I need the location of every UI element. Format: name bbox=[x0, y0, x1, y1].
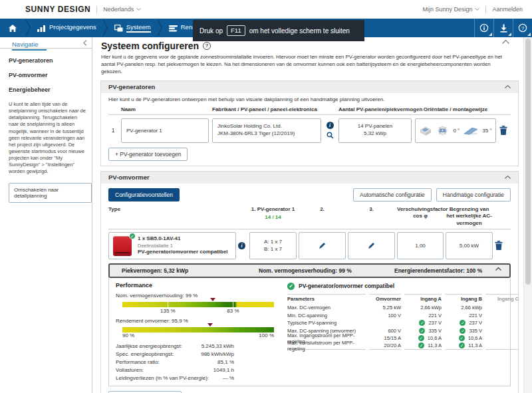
peak-power-text: 5,32 kWp bbox=[339, 130, 411, 138]
sidebar-item-energiebeheer[interactable]: Energiebeheer bbox=[9, 86, 92, 93]
add-pv-generator-button[interactable]: + PV-generator toevoegen bbox=[108, 148, 188, 161]
inverter-type-selector[interactable]: 1 x SB5.0-1AV-41 Deelinstallatie 1 PV-ge… bbox=[108, 232, 236, 259]
tab-projectgegevens[interactable]: Projectgegevens bbox=[31, 19, 102, 37]
chevron-down-icon bbox=[475, 8, 479, 11]
input-b-value: 10,6 A bbox=[445, 334, 482, 342]
gauge-marker-icon bbox=[207, 323, 213, 327]
compatible-check-icon bbox=[129, 233, 136, 239]
kv-value: 986 kWh/kWp bbox=[201, 351, 234, 357]
delete-generator-trash-icon[interactable] bbox=[499, 126, 509, 135]
top-bar: SUNNY DESIGN Nederlands Mijn Sunny Desig… bbox=[0, 0, 532, 19]
brand-logo: SUNNY DESIGN bbox=[25, 5, 90, 14]
scroll-top-chevron[interactable] bbox=[502, 40, 509, 44]
gauge-max-label: 100 % bbox=[259, 332, 274, 338]
string-b: B: 1 x 7 bbox=[264, 245, 282, 253]
string-configuration-field[interactable]: A: 1 x 7 B: 1 x 7 bbox=[249, 232, 297, 259]
orientation-field[interactable]: 0 ° 35 ° bbox=[415, 118, 496, 143]
column-2: 2. bbox=[299, 206, 346, 213]
help-icon: ? bbox=[518, 23, 527, 33]
input-a-value: 237 V bbox=[404, 319, 442, 327]
performance-title: Performance bbox=[116, 282, 281, 289]
panel-count-field[interactable]: 14 PV-panelen 5,32 kWp bbox=[338, 118, 412, 143]
kv-value: 1049,1 h bbox=[213, 367, 234, 373]
pv-inverter-panel: PV-omvormer Configuratievoorstellen Auto… bbox=[100, 171, 519, 393]
inverter-summary-bar[interactable]: Piekvermogen: 5,32 kWp Nom. vermogensver… bbox=[108, 263, 511, 278]
edit-pencil-icon bbox=[319, 242, 326, 249]
ok-check-icon bbox=[419, 328, 425, 334]
pv-generators-panel: PV-generatoren Hier kunt u de PV-generat… bbox=[100, 80, 519, 166]
info-icon bbox=[479, 23, 489, 33]
ok-check-icon bbox=[460, 320, 466, 326]
collapse-panel-chevron[interactable] bbox=[505, 176, 511, 179]
kv-label: Vollasturen: bbox=[116, 367, 144, 373]
generator-name-field[interactable] bbox=[121, 118, 209, 143]
tab-separator-icon bbox=[102, 19, 108, 37]
tab-label: Projectgegevens bbox=[49, 23, 96, 33]
sidebar-item-pv-omvormer[interactable]: PV-omvormer bbox=[9, 72, 92, 78]
download-button[interactable] bbox=[493, 19, 513, 37]
tab-systeem[interactable]: Systeem bbox=[108, 19, 157, 37]
roof-mounting-icon bbox=[419, 125, 432, 136]
sidebar-item-pv-generatoren[interactable]: PV-generatoren bbox=[9, 57, 92, 64]
tooltip-text: om het volledige scherm te sluiten bbox=[249, 27, 350, 35]
panel-search-icon[interactable] bbox=[327, 132, 334, 139]
manual-configuration-button[interactable]: Handmatige configuratie bbox=[436, 188, 511, 201]
inverter-value bbox=[369, 319, 401, 327]
collapse-panel-chevron[interactable] bbox=[505, 85, 511, 88]
column-fabrikant: Fabrikant / PV-paneel / paneel-elektroni… bbox=[212, 106, 321, 112]
generator-2-edit-field[interactable] bbox=[299, 232, 346, 259]
cos-phi-field[interactable]: 1,00 bbox=[397, 232, 444, 259]
home-icon bbox=[8, 24, 17, 33]
input-b-value: 221 V bbox=[445, 311, 482, 319]
param-label: Min. DC-spanning bbox=[287, 311, 366, 319]
help-button[interactable]: ? bbox=[513, 19, 532, 37]
pv-generators-table-header: Naam Fabrikant / PV-paneel / paneel-elek… bbox=[108, 106, 511, 112]
scrollbar-thumb[interactable] bbox=[525, 39, 531, 285]
collapse-summary-chevron[interactable] bbox=[495, 267, 501, 271]
column-ingang-b: Ingang B bbox=[445, 294, 482, 304]
azimuth-value: 0 ° bbox=[453, 128, 460, 134]
inverter-row: 1 x SB5.0-1AV-41 Deelinstallatie 1 PV-ge… bbox=[108, 232, 511, 259]
panel-count-text: 14 PV-panelen bbox=[339, 123, 411, 130]
switch-to-detail-planning-button[interactable]: Omschakelen naar detailplanning bbox=[9, 183, 92, 203]
panel-type-selector[interactable]: JinkoSolar Holding Co. Ltd. JKM-380N-6RL… bbox=[212, 118, 321, 143]
ok-check-icon bbox=[419, 320, 425, 326]
inverter-detail-area: Performance Nom. vermogensverhouding: 99… bbox=[108, 278, 511, 386]
sidebar-tabbar: Navigatie bbox=[0, 37, 92, 49]
panel-info-icon[interactable]: i bbox=[327, 122, 334, 129]
automatic-configuration-button[interactable]: Automatische configuratie bbox=[353, 188, 432, 201]
page-help-icon[interactable]: ? bbox=[203, 42, 211, 50]
home-button[interactable] bbox=[0, 19, 25, 37]
compatibility-table: Parameters Omvormer Ingang A Ingang B In… bbox=[287, 294, 519, 350]
collapse-sidebar-button[interactable] bbox=[83, 40, 87, 46]
generator-name-input[interactable] bbox=[122, 119, 208, 142]
generator-3-edit-field[interactable] bbox=[348, 232, 395, 259]
performance-section: Performance Nom. vermogensverhouding: 99… bbox=[116, 282, 281, 382]
vertical-scrollbar[interactable] bbox=[523, 37, 532, 393]
account-label: Mijn Sunny Design bbox=[422, 6, 472, 13]
configuration-proposals-button[interactable]: Configuratievoorstellen bbox=[108, 188, 180, 201]
param-label: Typische PV-spanning bbox=[287, 319, 366, 327]
download-icon bbox=[499, 24, 508, 33]
top-right-links: Mijn Sunny Design Aanmelden bbox=[422, 6, 523, 13]
panel-title: PV-generatoren bbox=[108, 83, 155, 90]
compatible-check-icon bbox=[287, 283, 295, 290]
sign-in-link[interactable]: Aanmelden bbox=[492, 6, 523, 13]
page-title: Systeem configureren bbox=[101, 41, 199, 51]
kv-value: 5.245,33 kWh bbox=[201, 343, 234, 349]
info-button[interactable] bbox=[474, 19, 493, 37]
language-label: Nederlands bbox=[103, 6, 134, 13]
sunny-design-app: SUNNY DESIGN Nederlands Mijn Sunny Desig… bbox=[0, 0, 532, 393]
language-selector[interactable]: Nederlands bbox=[103, 6, 141, 13]
ok-check-icon bbox=[418, 342, 424, 348]
kv-value: --- % bbox=[223, 375, 234, 381]
delete-inverter-trash-icon[interactable] bbox=[495, 241, 504, 250]
inverter-info-icon[interactable]: i bbox=[238, 242, 245, 249]
account-menu[interactable]: Mijn Sunny Design bbox=[422, 6, 479, 13]
inverter-value: 20/20 A bbox=[369, 342, 401, 350]
ac-limit-field[interactable]: 5,00 kW bbox=[446, 232, 493, 259]
param-label: Max. DC-vermogen bbox=[287, 304, 366, 312]
divider bbox=[108, 229, 511, 229]
cos-phi-value: 1,00 bbox=[415, 243, 426, 249]
tab-navigatie[interactable]: Navigatie bbox=[12, 39, 47, 51]
